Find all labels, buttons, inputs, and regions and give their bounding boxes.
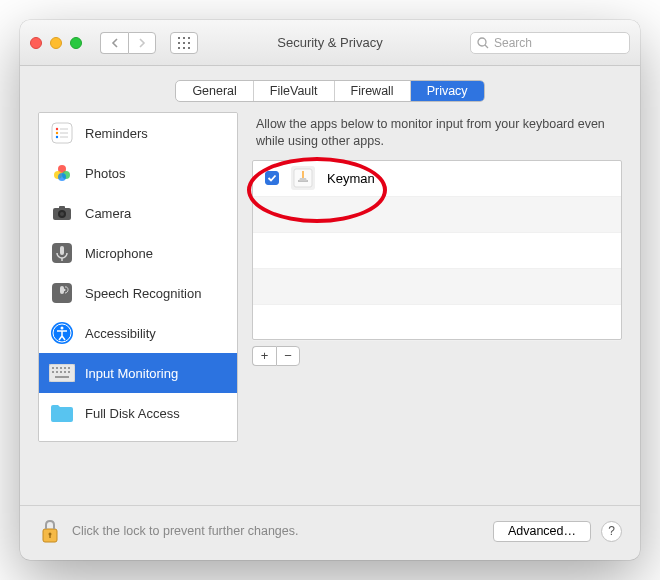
search-placeholder: Search bbox=[494, 36, 532, 50]
photos-icon bbox=[49, 160, 75, 186]
svg-rect-3 bbox=[178, 42, 180, 44]
search-icon bbox=[477, 37, 489, 49]
app-donor-empty bbox=[253, 269, 621, 305]
advanced-button[interactable]: Advanced… bbox=[493, 521, 591, 542]
description: Allow the apps below to monitor input fr… bbox=[252, 112, 622, 160]
sidebar[interactable]: Reminders Photos Camera bbox=[38, 112, 238, 442]
sidebar-item-speech[interactable]: Speech Recognition bbox=[39, 273, 237, 313]
svg-rect-8 bbox=[188, 47, 190, 49]
sidebar-item-full-disk[interactable]: Full Disk Access bbox=[39, 393, 237, 433]
tab-privacy[interactable]: Privacy bbox=[411, 81, 484, 101]
grid-icon bbox=[178, 37, 190, 49]
sidebar-item-label: Speech Recognition bbox=[85, 286, 201, 301]
sidebar-item-label: Microphone bbox=[85, 246, 153, 261]
nav-buttons bbox=[100, 32, 156, 54]
svg-rect-38 bbox=[64, 367, 66, 369]
preferences-window: Security & Privacy Search General FileVa… bbox=[20, 20, 640, 560]
close-button[interactable] bbox=[30, 37, 42, 49]
minimize-button[interactable] bbox=[50, 37, 62, 49]
svg-rect-49 bbox=[49, 534, 50, 538]
footer: Click the lock to prevent further change… bbox=[20, 505, 640, 560]
show-all-button[interactable] bbox=[170, 32, 198, 54]
sidebar-item-label: Camera bbox=[85, 206, 131, 221]
svg-rect-35 bbox=[52, 367, 54, 369]
forward-button[interactable] bbox=[128, 32, 156, 54]
app-icon bbox=[291, 166, 315, 190]
microphone-icon bbox=[49, 240, 75, 266]
sidebar-item-label: Photos bbox=[85, 166, 125, 181]
tabs-row: General FileVault Firewall Privacy bbox=[20, 66, 640, 112]
add-remove-controls: + − bbox=[252, 346, 622, 366]
keyboard-icon bbox=[49, 360, 75, 386]
sidebar-item-label: Full Disk Access bbox=[85, 406, 180, 421]
svg-rect-39 bbox=[68, 367, 70, 369]
svg-point-24 bbox=[60, 212, 64, 216]
remove-button[interactable]: − bbox=[276, 346, 300, 366]
svg-rect-44 bbox=[68, 371, 70, 373]
svg-point-33 bbox=[61, 327, 64, 330]
titlebar: Security & Privacy Search bbox=[20, 20, 640, 66]
svg-rect-37 bbox=[60, 367, 62, 369]
chevron-right-icon bbox=[138, 38, 146, 48]
svg-rect-30 bbox=[60, 286, 64, 294]
traffic-lights bbox=[30, 37, 82, 49]
folder-icon bbox=[49, 400, 75, 426]
content: Reminders Photos Camera bbox=[20, 112, 640, 505]
svg-point-9 bbox=[478, 38, 486, 46]
svg-line-10 bbox=[485, 45, 488, 48]
svg-point-14 bbox=[56, 136, 58, 138]
sidebar-item-label: Accessibility bbox=[85, 326, 156, 341]
svg-rect-4 bbox=[183, 42, 185, 44]
app-checkbox[interactable] bbox=[265, 171, 279, 185]
camera-icon bbox=[49, 200, 75, 226]
sidebar-item-files-folders[interactable]: Files and Folders bbox=[39, 433, 237, 442]
sidebar-item-input-monitoring[interactable]: Input Monitoring bbox=[39, 353, 237, 393]
reminders-icon bbox=[49, 120, 75, 146]
sidebar-item-microphone[interactable]: Microphone bbox=[39, 233, 237, 273]
sidebar-item-photos[interactable]: Photos bbox=[39, 153, 237, 193]
svg-rect-40 bbox=[52, 371, 54, 373]
speech-icon bbox=[49, 280, 75, 306]
search-input[interactable]: Search bbox=[470, 32, 630, 54]
check-icon bbox=[267, 173, 277, 183]
tab-firewall[interactable]: Firewall bbox=[335, 81, 411, 101]
svg-point-12 bbox=[56, 128, 58, 130]
back-button[interactable] bbox=[100, 32, 128, 54]
zoom-button[interactable] bbox=[70, 37, 82, 49]
svg-rect-43 bbox=[64, 371, 66, 373]
app-row-empty bbox=[253, 233, 621, 269]
sidebar-item-label: Reminders bbox=[85, 126, 148, 141]
svg-rect-27 bbox=[60, 246, 64, 255]
sidebar-item-camera[interactable]: Camera bbox=[39, 193, 237, 233]
svg-rect-6 bbox=[178, 47, 180, 49]
svg-rect-25 bbox=[59, 206, 65, 209]
app-name: Keyman bbox=[327, 171, 375, 186]
svg-rect-45 bbox=[55, 376, 69, 378]
body: General FileVault Firewall Privacy Remin… bbox=[20, 66, 640, 560]
svg-rect-5 bbox=[188, 42, 190, 44]
app-row-empty bbox=[253, 197, 621, 233]
svg-point-21 bbox=[58, 173, 66, 181]
lock-icon[interactable] bbox=[38, 516, 62, 546]
svg-rect-7 bbox=[183, 47, 185, 49]
sidebar-item-accessibility[interactable]: Accessibility bbox=[39, 313, 237, 353]
help-button[interactable]: ? bbox=[601, 521, 622, 542]
add-button[interactable]: + bbox=[252, 346, 276, 366]
tabs: General FileVault Firewall Privacy bbox=[175, 80, 484, 102]
sidebar-item-label: Input Monitoring bbox=[85, 366, 178, 381]
lock-text: Click the lock to prevent further change… bbox=[72, 524, 483, 538]
tab-filevault[interactable]: FileVault bbox=[254, 81, 335, 101]
svg-rect-2 bbox=[188, 37, 190, 39]
folder-icon bbox=[49, 440, 75, 442]
svg-rect-36 bbox=[56, 367, 58, 369]
svg-rect-1 bbox=[183, 37, 185, 39]
svg-rect-42 bbox=[60, 371, 62, 373]
svg-point-13 bbox=[56, 132, 58, 134]
app-row[interactable]: Keyman bbox=[253, 161, 621, 197]
tab-general[interactable]: General bbox=[176, 81, 253, 101]
svg-rect-0 bbox=[178, 37, 180, 39]
app-row-empty bbox=[253, 305, 621, 341]
sidebar-item-reminders[interactable]: Reminders bbox=[39, 113, 237, 153]
main-pane: Allow the apps below to monitor input fr… bbox=[252, 112, 622, 495]
chevron-left-icon bbox=[111, 38, 119, 48]
